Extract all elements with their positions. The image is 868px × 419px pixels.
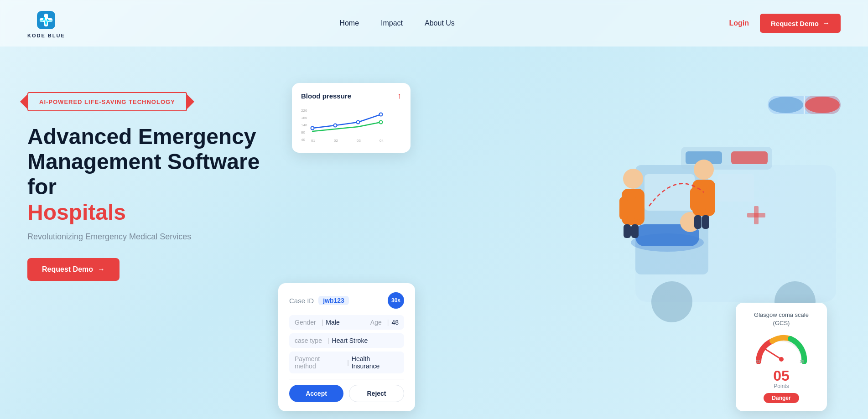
nav-demo-button[interactable]: Request Demo → (760, 14, 841, 33)
payment-label: Payment method (295, 355, 342, 370)
gcs-title: Glasgow coma scale (GCS) (746, 311, 817, 327)
gender-row: Gender | Male Age | 48 (289, 315, 404, 330)
case-timer: 30s (388, 292, 404, 309)
tag-banner: AI-POWERED LIFE-SAVING TECHNOLOGY (27, 92, 187, 111)
bp-chart: 220 180 140 80 40 01 02 03 04 (301, 106, 401, 143)
gender-value: Male (326, 319, 339, 326)
svg-text:15: 15 (800, 359, 804, 364)
gcs-card: Glasgow coma scale (GCS) 03 15 05 Points… (736, 303, 827, 411)
logo-icon (34, 8, 58, 32)
svg-rect-27 (631, 224, 639, 238)
svg-text:04: 04 (379, 139, 384, 143)
nav-links: Home Impact About Us (339, 19, 455, 27)
gcs-points-label: Points (746, 383, 817, 389)
svg-text:03: 03 (357, 139, 361, 143)
emt-scene-illustration (594, 124, 740, 270)
nav-impact[interactable]: Impact (381, 19, 403, 27)
svg-rect-33 (702, 215, 709, 229)
brand-name: KODE BLUE (27, 33, 65, 38)
svg-point-43 (311, 127, 314, 130)
gender-label: Gender (295, 319, 316, 326)
svg-point-45 (357, 121, 360, 124)
case-actions: Accept Reject (289, 385, 404, 402)
navbar: KODE BLUE Home Impact About Us Login Req… (0, 0, 868, 47)
svg-text:03: 03 (756, 359, 760, 364)
hero-section: AI-POWERED LIFE-SAVING TECHNOLOGY Advanc… (0, 47, 868, 419)
svg-point-22 (623, 169, 643, 189)
svg-text:220: 220 (301, 109, 307, 113)
case-type-row: case type | Heart Stroke (289, 333, 404, 348)
case-id-label: Case ID (289, 297, 314, 305)
logo[interactable]: KODE BLUE (27, 8, 65, 38)
gcs-score: 05 (746, 368, 817, 383)
case-type-label: case type (295, 337, 322, 344)
svg-point-14 (651, 281, 692, 322)
hero-heading-highlight: Hospitals (27, 200, 126, 224)
svg-rect-13 (747, 213, 765, 217)
age-value: 48 (391, 319, 399, 326)
svg-point-46 (379, 113, 383, 116)
gcs-gauge: 03 15 (754, 332, 809, 364)
svg-rect-31 (705, 188, 713, 211)
nav-actions: Login Request Demo → (729, 14, 841, 33)
svg-rect-24 (619, 197, 628, 220)
svg-rect-25 (634, 197, 642, 220)
svg-point-49 (779, 357, 784, 362)
case-id-card: Case ID jwb123 30s Gender | Male Age | 4… (278, 283, 415, 411)
case-id-value: jwb123 (318, 296, 349, 305)
blood-pressure-card: Blood pressure ↑ 220 180 140 80 40 01 02… (292, 83, 411, 153)
payment-value: Health Insurance (352, 355, 399, 370)
svg-point-47 (379, 121, 383, 124)
payment-row: Payment method | Health Insurance (289, 352, 404, 373)
accept-button[interactable]: Accept (289, 385, 343, 402)
svg-line-48 (764, 348, 781, 359)
svg-text:180: 180 (301, 116, 307, 120)
svg-text:140: 140 (301, 123, 307, 127)
hero-heading: Advanced Emergency Management Software f… (27, 124, 274, 225)
hero-demo-button[interactable]: Request Demo → (27, 258, 120, 281)
nav-home[interactable]: Home (339, 19, 359, 27)
hero-subtext: Revolutionizing Emergency Medical Servic… (27, 232, 274, 242)
nav-about[interactable]: About Us (425, 19, 455, 27)
svg-text:80: 80 (301, 130, 305, 134)
arrow-icon: → (822, 19, 830, 27)
tag-text: AI-POWERED LIFE-SAVING TECHNOLOGY (39, 98, 175, 105)
svg-rect-32 (694, 215, 702, 229)
svg-text:01: 01 (311, 139, 315, 143)
hero-right: Blood pressure ↑ 220 180 140 80 40 01 02… (274, 65, 841, 419)
bp-card-title: Blood pressure (301, 92, 351, 100)
bp-trend-icon: ↑ (397, 91, 401, 101)
svg-text:40: 40 (301, 138, 305, 142)
svg-rect-26 (624, 224, 631, 238)
case-divider (289, 379, 404, 379)
svg-point-44 (334, 124, 337, 127)
hero-left: AI-POWERED LIFE-SAVING TECHNOLOGY Advanc… (27, 65, 274, 281)
svg-rect-30 (690, 188, 698, 211)
svg-text:02: 02 (334, 139, 338, 143)
hero-arrow-icon: → (98, 265, 105, 274)
case-type-value: Heart Stroke (332, 337, 368, 344)
gcs-danger-badge: Danger (764, 393, 799, 403)
age-label: Age (370, 319, 382, 326)
reject-button[interactable]: Reject (349, 385, 404, 402)
svg-point-28 (694, 160, 714, 180)
login-button[interactable]: Login (729, 19, 749, 27)
